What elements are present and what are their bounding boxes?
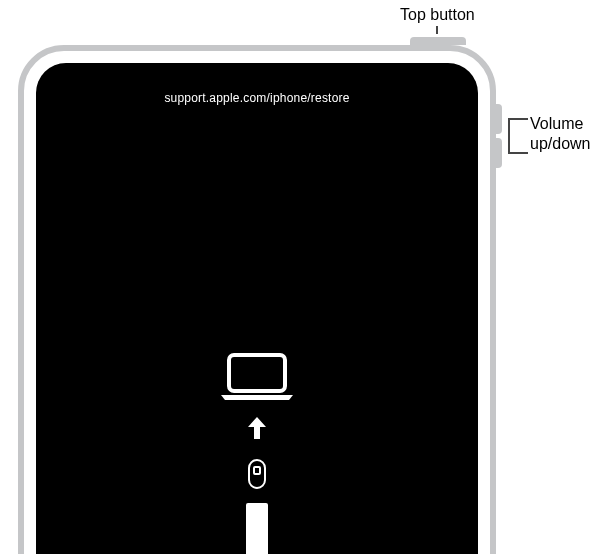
arrow-up-icon: [248, 417, 266, 439]
device-top-button: [410, 37, 466, 45]
laptop-icon: [218, 353, 296, 401]
label-volume-buttons: Volume up/down: [530, 114, 600, 154]
device-volume-down-button: [496, 138, 502, 168]
svg-rect-0: [229, 355, 285, 391]
callout-pointer-top-button: [436, 26, 438, 34]
callout-pointer-volume: [508, 152, 528, 154]
device-frame: support.apple.com/iphone/restore: [18, 45, 496, 554]
usb-cable-icon: [246, 503, 268, 554]
device-screen-recovery-mode: support.apple.com/iphone/restore: [36, 63, 478, 554]
label-top-button: Top button: [400, 6, 475, 24]
device-volume-up-button: [496, 104, 502, 134]
usb-c-connector-icon: [248, 459, 266, 489]
restore-graphic: [36, 353, 478, 554]
callout-pointer-volume: [508, 118, 528, 120]
restore-url-text: support.apple.com/iphone/restore: [36, 91, 478, 105]
callout-pointer-volume: [508, 118, 510, 154]
